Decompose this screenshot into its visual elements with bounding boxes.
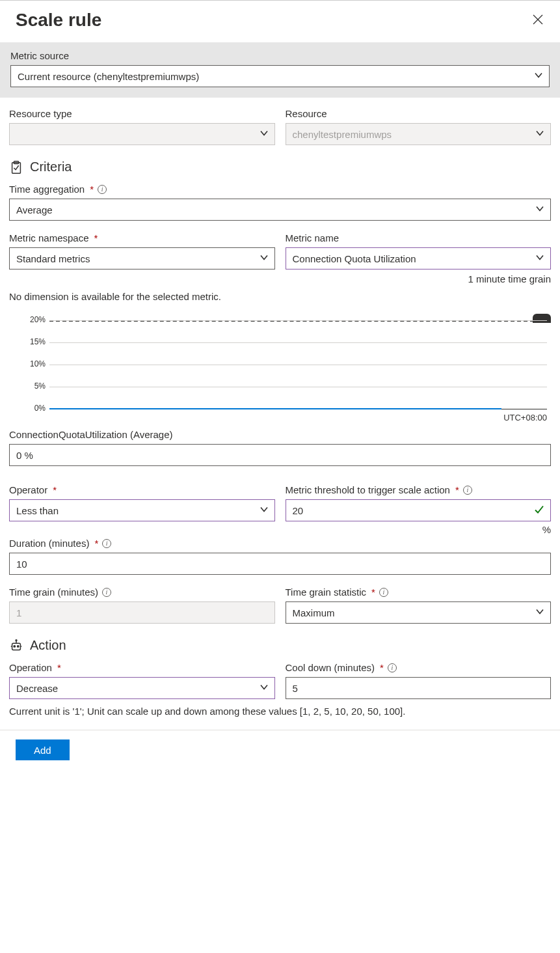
- info-icon[interactable]: i: [102, 539, 111, 548]
- metric-name-select[interactable]: Connection Quota Utilization: [286, 247, 552, 269]
- time-aggregation-select[interactable]: Average: [9, 199, 551, 221]
- threshold-suffix: %: [286, 524, 552, 535]
- svg-point-6: [16, 639, 17, 641]
- info-icon[interactable]: i: [388, 663, 397, 672]
- operator-select[interactable]: Less than: [9, 499, 275, 521]
- check-icon: [534, 504, 544, 517]
- info-icon[interactable]: i: [379, 588, 388, 597]
- duration-input[interactable]: [9, 553, 551, 575]
- time-aggregation-label: Time aggregation: [9, 184, 85, 195]
- time-grain-note: 1 minute time grain: [286, 273, 552, 284]
- metric-source-value: Current resource (chenyltestpremiumwps): [18, 71, 199, 82]
- duration-label: Duration (minutes): [9, 538, 89, 549]
- page-title: Scale rule: [16, 10, 101, 31]
- resource-label: Resource: [286, 108, 552, 119]
- avg-value-input[interactable]: [9, 444, 551, 466]
- info-icon[interactable]: i: [98, 185, 107, 194]
- add-button[interactable]: Add: [16, 739, 70, 760]
- time-grain-statistic-select[interactable]: Maximum: [286, 601, 552, 624]
- close-icon[interactable]: [531, 13, 544, 28]
- metric-namespace-label: Metric namespace: [9, 232, 89, 243]
- time-grain-minutes-label: Time grain (minutes): [9, 587, 98, 598]
- resource-type-select: [9, 123, 275, 145]
- threshold-label: Metric threshold to trigger scale action: [286, 484, 450, 495]
- svg-point-8: [18, 645, 19, 646]
- clipboard-icon: [9, 160, 23, 174]
- dimension-note: No dimension is available for the select…: [9, 291, 551, 302]
- operation-label: Operation: [9, 662, 52, 673]
- criteria-heading: Criteria: [30, 159, 72, 174]
- metric-name-label: Metric name: [286, 232, 552, 243]
- robot-icon: [9, 639, 23, 653]
- time-grain-statistic-label: Time grain statistic: [286, 587, 366, 598]
- action-heading: Action: [30, 638, 66, 653]
- resource-select: chenyltestpremiumwps: [286, 123, 552, 145]
- scale-note: Current unit is '1'; Unit can scale up a…: [9, 706, 551, 717]
- svg-point-7: [14, 645, 15, 646]
- info-icon[interactable]: i: [463, 486, 472, 495]
- cooldown-label: Cool down (minutes): [286, 662, 375, 673]
- info-icon[interactable]: i: [102, 588, 111, 597]
- threshold-input[interactable]: [286, 499, 552, 521]
- operation-select[interactable]: Decrease: [9, 677, 275, 699]
- time-grain-minutes-input: [9, 601, 275, 624]
- metric-source-label: Metric source: [10, 50, 550, 61]
- metric-chart: 20% 15% 10% 5% 0% UTC+08:00: [23, 319, 547, 422]
- resource-type-label: Resource type: [9, 108, 275, 119]
- cooldown-input[interactable]: [286, 677, 552, 699]
- metric-source-select[interactable]: Current resource (chenyltestpremiumwps): [10, 65, 550, 87]
- chart-timezone: UTC+08:00: [23, 413, 547, 422]
- metric-namespace-select[interactable]: Standard metrics: [9, 247, 275, 269]
- avg-label: ConnectionQuotaUtilization (Average): [9, 429, 551, 440]
- operator-label: Operator: [9, 484, 47, 495]
